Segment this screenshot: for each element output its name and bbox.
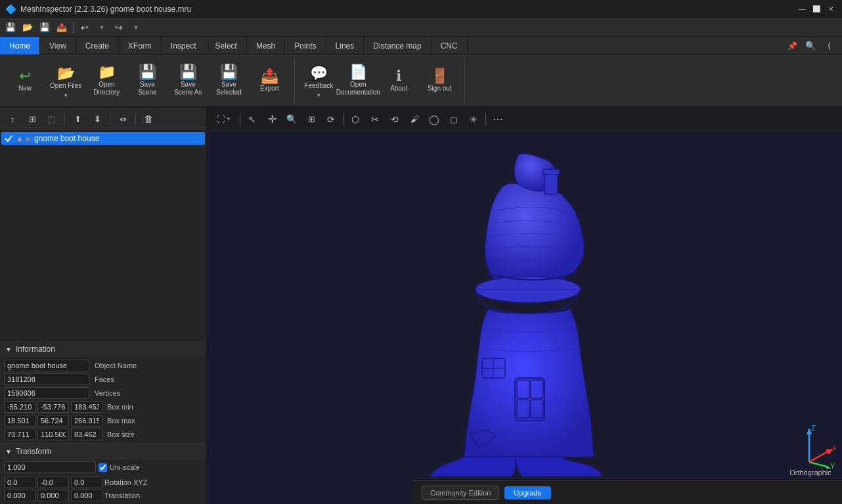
qt-open-button[interactable]: 📂 bbox=[20, 20, 35, 35]
tree-item-gnome[interactable]: ▲ ▶ gnome boot house bbox=[1, 132, 205, 145]
rot-x-input[interactable] bbox=[4, 476, 35, 488]
transform-section-header[interactable]: ▼ Transform bbox=[0, 443, 206, 459]
cursor-button[interactable]: ↖ bbox=[243, 110, 261, 129]
rotate-button[interactable]: ⟳ bbox=[322, 110, 340, 129]
upgrade-button[interactable]: Upgrade bbox=[504, 486, 550, 499]
svg-line-18 bbox=[809, 450, 830, 462]
transform-label: Transform bbox=[16, 447, 51, 456]
feedback-main[interactable]: 💬 Feedback bbox=[300, 62, 337, 92]
tab-create[interactable]: Create bbox=[76, 37, 119, 54]
new-button[interactable]: ↩ New bbox=[5, 66, 45, 95]
view-mode-button[interactable]: ⛶ ▼ bbox=[211, 110, 237, 129]
title-left: 🔷 MeshInspector (2.2.3.26) gnome boot ho… bbox=[5, 4, 191, 14]
qt-save2-button[interactable]: 💾 bbox=[37, 20, 53, 35]
qt-undo-arrow[interactable]: ▼ bbox=[94, 20, 110, 35]
tab-select[interactable]: Select bbox=[206, 37, 247, 54]
about-label: About bbox=[390, 85, 407, 93]
ribbon-collapse-button[interactable]: ⟨ bbox=[821, 38, 837, 54]
about-button[interactable]: ℹ About bbox=[379, 66, 418, 95]
tree-item-checkbox[interactable] bbox=[4, 134, 13, 143]
quick-toolbar: 💾 📂 💾 📤 ↩ ▼ ↪ ▼ bbox=[0, 18, 842, 37]
box-min-x-input[interactable] bbox=[4, 401, 35, 413]
qt-redo-button[interactable]: ↪ bbox=[111, 20, 127, 35]
tab-xform[interactable]: XForm bbox=[119, 37, 162, 54]
box-size-y-input[interactable] bbox=[37, 429, 69, 440]
box-size-z-input[interactable] bbox=[71, 429, 102, 440]
information-section-header[interactable]: ▼ Information bbox=[0, 341, 206, 357]
box-max-x-input[interactable] bbox=[4, 415, 35, 427]
tab-points[interactable]: Points bbox=[285, 37, 326, 54]
save-scene-button[interactable]: 💾 Save Scene bbox=[127, 62, 167, 99]
minimize-button[interactable]: — bbox=[796, 3, 808, 15]
clip-button[interactable]: ✂ bbox=[366, 110, 384, 129]
scale-input[interactable] bbox=[4, 461, 96, 473]
fit-button[interactable]: ⊞ bbox=[302, 110, 321, 129]
tree-item-type-icon: ▲ bbox=[16, 134, 24, 143]
faces-input[interactable] bbox=[4, 373, 89, 385]
rot-y-input[interactable] bbox=[37, 476, 69, 488]
erase-button[interactable]: ◻ bbox=[445, 110, 463, 129]
move-up-button[interactable]: ⬆ bbox=[69, 110, 86, 127]
rot-z-input[interactable] bbox=[71, 476, 102, 488]
trans-z-input[interactable] bbox=[71, 490, 102, 501]
tree-item-expand[interactable]: ▶ bbox=[26, 135, 32, 142]
close-button[interactable]: ✕ bbox=[825, 3, 837, 15]
delete-button[interactable]: 🗑 bbox=[140, 110, 157, 127]
qt-upload-button[interactable]: 📤 bbox=[54, 20, 70, 35]
open-documentation-button[interactable]: 📄 Open Documentation bbox=[338, 62, 378, 99]
tab-distance-map[interactable]: Distance map bbox=[364, 37, 431, 54]
maximize-button[interactable]: ⬜ bbox=[810, 3, 822, 15]
open-files-button[interactable]: 📂 Open Files ▼ bbox=[46, 62, 85, 99]
box-max-label: Box max bbox=[107, 417, 135, 425]
merge-button[interactable]: ⇔ bbox=[114, 110, 131, 127]
save-selected-button[interactable]: 💾 Save Selected bbox=[209, 62, 248, 99]
uni-scale-checkbox[interactable] bbox=[99, 463, 107, 472]
select-all-button[interactable]: ⊞ bbox=[24, 110, 41, 127]
feedback-arrow[interactable]: ▼ bbox=[300, 92, 337, 99]
main-area: ↕ ⊞ ⬚ ⬆ ⬇ ⇔ 🗑 ▲ ▶ gnome boot bbox=[0, 108, 842, 504]
tab-lines[interactable]: Lines bbox=[326, 37, 365, 54]
ribbon-search-button[interactable]: 🔍 bbox=[803, 38, 818, 54]
info-panel: ▼ Information Object Name Faces Vertices bbox=[0, 340, 206, 504]
vertices-row: Vertices bbox=[4, 387, 202, 399]
more-button[interactable]: ⋯ bbox=[489, 110, 507, 129]
box-min-z-input[interactable] bbox=[71, 401, 102, 413]
move-down-button[interactable]: ⬇ bbox=[89, 110, 106, 127]
lasso2-button[interactable]: ◯ bbox=[425, 110, 443, 129]
zoom-region-button[interactable]: 🔍 bbox=[282, 110, 301, 129]
box-select-button[interactable]: ⬚ bbox=[43, 110, 60, 127]
model-area[interactable] bbox=[207, 131, 842, 480]
viewport[interactable]: ⛶ ▼ ↖ ✛ 🔍 ⊞ ⟳ ⬡ ✂ ⟲ 🖌 ◯ ◻ ✳ ⋯ bbox=[207, 108, 842, 504]
vertices-input[interactable] bbox=[4, 387, 89, 399]
tab-inspect[interactable]: Inspect bbox=[162, 37, 206, 54]
translate-button[interactable]: ✛ bbox=[263, 110, 281, 129]
box-size-x-input[interactable] bbox=[4, 429, 35, 440]
open-files-main[interactable]: 📂 Open Files bbox=[46, 62, 85, 92]
tab-cnc[interactable]: CNC bbox=[432, 37, 468, 54]
box-min-row: Box min bbox=[4, 401, 202, 413]
save-scene-as-button[interactable]: 💾 Save Scene As bbox=[168, 62, 208, 99]
box-max-z-input[interactable] bbox=[71, 415, 102, 427]
paint-button[interactable]: 🖌 bbox=[405, 110, 424, 129]
qt-save-button[interactable]: 💾 bbox=[3, 20, 18, 35]
ribbon-pin-button[interactable]: 📌 bbox=[784, 38, 800, 54]
trans-x-input[interactable] bbox=[4, 490, 35, 501]
sign-out-button[interactable]: 🚪 Sign out bbox=[420, 66, 459, 95]
feedback-button[interactable]: 💬 Feedback ▼ bbox=[300, 62, 337, 99]
object-name-input[interactable] bbox=[4, 360, 89, 371]
box-max-y-input[interactable] bbox=[37, 415, 69, 427]
sort-button[interactable]: ↕ bbox=[4, 110, 21, 127]
trans-y-input[interactable] bbox=[37, 490, 69, 501]
box-min-y-input[interactable] bbox=[37, 401, 69, 413]
open-files-arrow[interactable]: ▼ bbox=[46, 92, 85, 99]
tab-view[interactable]: View bbox=[40, 37, 76, 54]
transform-gizmo-button[interactable]: ⟲ bbox=[386, 110, 404, 129]
tab-home[interactable]: Home bbox=[0, 37, 40, 54]
points-button[interactable]: ✳ bbox=[464, 110, 483, 129]
qt-redo-arrow[interactable]: ▼ bbox=[128, 20, 144, 35]
lasso-select-button[interactable]: ⬡ bbox=[346, 110, 365, 129]
export-button[interactable]: 📤 Export bbox=[250, 66, 289, 95]
open-directory-button[interactable]: 📁 Open Directory bbox=[87, 62, 126, 99]
qt-undo-button[interactable]: ↩ bbox=[77, 20, 93, 35]
tab-mesh[interactable]: Mesh bbox=[247, 37, 285, 54]
